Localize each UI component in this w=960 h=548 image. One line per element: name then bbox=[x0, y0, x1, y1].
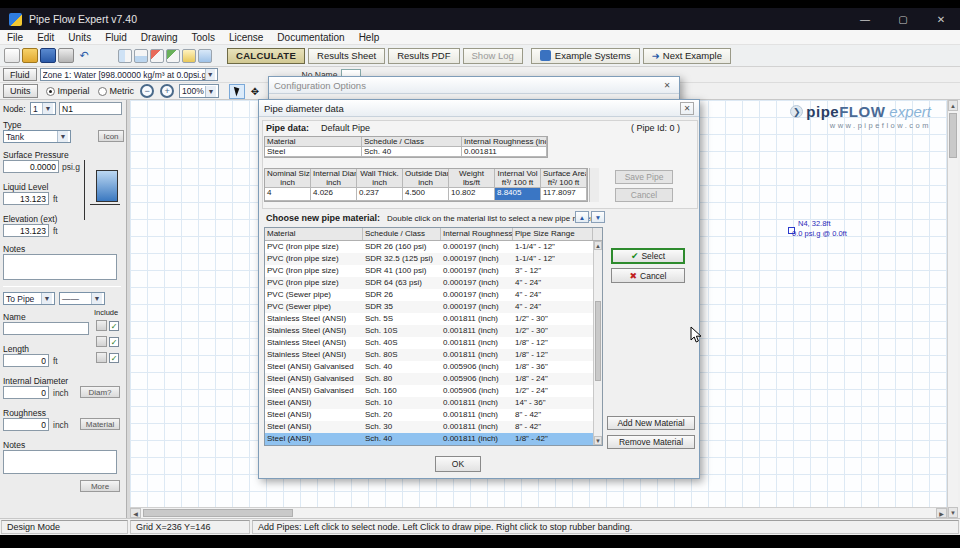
table-cell[interactable]: 117.8097 bbox=[541, 188, 587, 201]
close-icon[interactable]: ✕ bbox=[660, 79, 674, 92]
material-row[interactable]: Steel (ANSI)Sch. 400.001811 (inch)1/8" -… bbox=[265, 433, 602, 445]
iso-view-icon[interactable] bbox=[134, 49, 148, 63]
undo-icon[interactable]: ↶ bbox=[76, 48, 92, 63]
column-header[interactable]: Material bbox=[265, 228, 363, 240]
menu-documentation[interactable]: Documentation bbox=[270, 32, 351, 43]
scroll-left-icon[interactable]: ◀ bbox=[130, 508, 141, 518]
pipe-dialog-titlebar[interactable]: Pipe diameter data ✕ bbox=[259, 100, 699, 117]
internal-diameter-input[interactable] bbox=[3, 386, 49, 399]
more-button[interactable]: More bbox=[80, 480, 120, 492]
scroll-right-icon[interactable]: ▶ bbox=[936, 508, 947, 518]
horizontal-scroll-thumb[interactable] bbox=[143, 509, 293, 517]
include-checkbox-1[interactable]: ✓ bbox=[109, 321, 119, 331]
cancel-button[interactable]: ✖Cancel bbox=[611, 268, 685, 283]
size-table-scrollbar[interactable] bbox=[589, 168, 599, 202]
icon-button[interactable]: Icon bbox=[98, 130, 124, 142]
grid-toggle-icon[interactable] bbox=[118, 49, 132, 63]
pan-tool-icon[interactable]: ✥ bbox=[247, 84, 263, 99]
column-header[interactable]: Internal Roughness bbox=[441, 228, 513, 240]
vertical-scrollbar[interactable]: ▲ ▼ bbox=[947, 100, 958, 518]
results-labels-icon[interactable] bbox=[182, 49, 196, 63]
material-row[interactable]: Steel (ANSI)Sch. 300.001811 (inch)8" - 4… bbox=[265, 421, 602, 433]
ok-button[interactable]: OK bbox=[435, 456, 481, 472]
new-file-icon[interactable] bbox=[4, 48, 20, 63]
fluid-zone-dropdown[interactable]: Zone 1: Water [998.00000 kg/m³ at 0.0psi… bbox=[40, 68, 218, 81]
table-cell[interactable]: 4.500 bbox=[403, 188, 449, 201]
metric-radio[interactable] bbox=[98, 87, 107, 96]
fluid-button[interactable]: Fluid bbox=[3, 68, 37, 81]
vertical-scroll-thumb[interactable] bbox=[949, 113, 957, 158]
material-row[interactable]: Steel (ANSI) GalvanisedSch. 800.005906 (… bbox=[265, 373, 602, 385]
results-pdf-button[interactable]: Results PDF bbox=[388, 48, 459, 64]
next-example-button[interactable]: ➜Next Example bbox=[643, 48, 731, 64]
material-row[interactable]: Steel (ANSI)Sch. 100.001811 (inch)14" - … bbox=[265, 397, 602, 409]
material-row[interactable]: PVC (Iron pipe size)SDR 64 (63 psi)0.000… bbox=[265, 277, 602, 289]
material-row[interactable]: PVC (Sewer pipe)SDR 260.000197 (inch)4" … bbox=[265, 289, 602, 301]
menu-help[interactable]: Help bbox=[352, 32, 387, 43]
cancel-pipe-button[interactable]: Cancel bbox=[615, 188, 673, 202]
save-pipe-button[interactable]: Save Pipe bbox=[615, 170, 673, 184]
material-row[interactable]: PVC (Iron pipe size)SDR 41 (100 psi)0.00… bbox=[265, 265, 602, 277]
close-button[interactable]: ✕ bbox=[922, 8, 960, 30]
table-cell[interactable]: 0.237 bbox=[357, 188, 403, 201]
scroll-up-icon[interactable]: ▲ bbox=[575, 211, 589, 223]
add-new-material-button[interactable]: Add New Material bbox=[607, 416, 695, 430]
menu-drawing[interactable]: Drawing bbox=[134, 32, 185, 43]
save-file-icon[interactable] bbox=[40, 48, 56, 63]
example-systems-button[interactable]: Example Systems bbox=[531, 48, 640, 64]
material-row[interactable]: Steel (ANSI) GalvanisedSch. 400.005906 (… bbox=[265, 361, 602, 373]
maximize-button[interactable]: ▢ bbox=[884, 8, 922, 30]
diam-button[interactable]: Diam? bbox=[80, 386, 120, 398]
menu-license[interactable]: License bbox=[222, 32, 270, 43]
table-cell[interactable]: 4.026 bbox=[311, 188, 357, 201]
imperial-radio[interactable] bbox=[46, 87, 55, 96]
print-icon[interactable] bbox=[58, 48, 74, 63]
menu-units[interactable]: Units bbox=[61, 32, 98, 43]
table-cell[interactable]: 10.802 bbox=[449, 188, 495, 201]
material-row[interactable]: Stainless Steel (ANSI)Sch. 10S0.001811 (… bbox=[265, 325, 602, 337]
remove-material-button[interactable]: Remove Material bbox=[607, 435, 695, 449]
scroll-down-icon[interactable]: ▼ bbox=[594, 436, 602, 445]
material-row[interactable]: Stainless Steel (ANSI)Sch. 5S0.001811 (i… bbox=[265, 313, 602, 325]
node-number-dropdown[interactable]: 1▼ bbox=[30, 102, 56, 115]
column-header[interactable]: Pipe Size Range bbox=[513, 228, 593, 240]
horizontal-scrollbar[interactable]: ◀ ▶ bbox=[130, 507, 947, 518]
config-dialog-titlebar[interactable]: Configuration Options ✕ bbox=[269, 77, 679, 94]
minimize-button[interactable]: — bbox=[846, 8, 884, 30]
include-checkbox-2[interactable]: ✓ bbox=[109, 337, 119, 347]
scroll-up-icon[interactable]: ▲ bbox=[948, 100, 958, 111]
elevation-input[interactable] bbox=[3, 224, 49, 237]
menu-file[interactable]: File bbox=[0, 32, 30, 43]
material-row[interactable]: PVC (Iron pipe size)SDR 32.5 (125 psi)0.… bbox=[265, 253, 602, 265]
show-log-button[interactable]: Show Log bbox=[463, 48, 523, 64]
material-row[interactable]: Stainless Steel (ANSI)Sch. 40S0.001811 (… bbox=[265, 337, 602, 349]
node-notes-box[interactable] bbox=[3, 254, 117, 280]
material-row[interactable]: Steel (ANSI) GalvanisedSch. 1600.005906 … bbox=[265, 385, 602, 397]
legend-icon[interactable] bbox=[198, 49, 212, 63]
zoom-in-icon[interactable]: + bbox=[160, 84, 174, 98]
material-button[interactable]: Material bbox=[80, 418, 120, 430]
material-row[interactable]: PVC (Iron pipe size)SDR 26 (160 psi)0.00… bbox=[265, 241, 602, 253]
results-sheet-button[interactable]: Results Sheet bbox=[308, 48, 385, 64]
table-cell[interactable]: 4 bbox=[265, 188, 311, 201]
material-row[interactable]: Steel (ANSI)Sch. 200.001811 (inch)8" - 4… bbox=[265, 409, 602, 421]
surface-pressure-input[interactable] bbox=[3, 160, 59, 173]
table-cell-selected[interactable]: 8.8405 bbox=[495, 188, 541, 201]
pipe-labels-icon[interactable] bbox=[166, 49, 180, 63]
scroll-down-icon[interactable]: ▼ bbox=[591, 211, 605, 223]
line-style-dropdown[interactable]: ——▼ bbox=[59, 292, 105, 305]
list-scroll-thumb[interactable] bbox=[595, 301, 601, 381]
menu-tools[interactable]: Tools bbox=[185, 32, 222, 43]
to-pipe-dropdown[interactable]: To Pipe▼ bbox=[3, 292, 55, 305]
pipe-notes-box[interactable] bbox=[3, 450, 117, 474]
material-row[interactable]: PVC (Sewer pipe)SDR 350.000197 (inch)4" … bbox=[265, 301, 602, 313]
units-button[interactable]: Units bbox=[3, 84, 38, 98]
close-icon[interactable]: ✕ bbox=[680, 102, 694, 115]
pipe-name-input[interactable] bbox=[3, 322, 89, 335]
column-header[interactable]: Schedule / Class bbox=[363, 228, 441, 240]
zoom-out-icon[interactable]: − bbox=[140, 84, 154, 98]
material-list[interactable]: Material Schedule / Class Internal Rough… bbox=[264, 227, 603, 446]
select-tool-icon[interactable] bbox=[229, 84, 245, 99]
node-labels-icon[interactable] bbox=[150, 49, 164, 63]
open-file-icon[interactable] bbox=[22, 48, 38, 63]
